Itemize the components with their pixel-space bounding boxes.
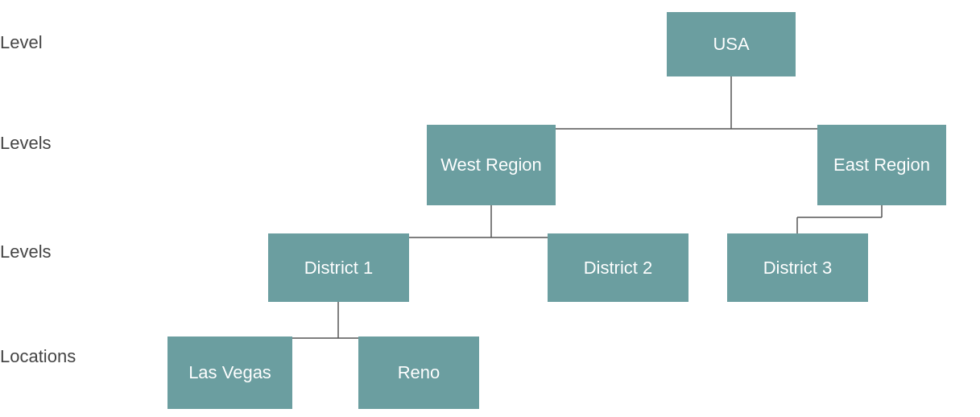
district3-node: District 3 (727, 233, 868, 302)
west-region-node: West Region (427, 125, 556, 205)
usa-node: USA (667, 12, 796, 76)
diagram-container: Level Levels Levels Locations (0, 0, 980, 417)
reno-node: Reno (358, 336, 479, 409)
level-label-2: Levels (0, 133, 52, 154)
district1-node: District 1 (268, 233, 409, 302)
locations-label: Locations (0, 346, 76, 367)
las-vegas-node: Las Vegas (167, 336, 292, 409)
level-label-3: Levels (0, 242, 52, 262)
connectors-svg (0, 0, 980, 417)
east-region-node: East Region (817, 125, 946, 205)
district2-node: District 2 (548, 233, 688, 302)
level-label-1: Level (0, 32, 43, 53)
